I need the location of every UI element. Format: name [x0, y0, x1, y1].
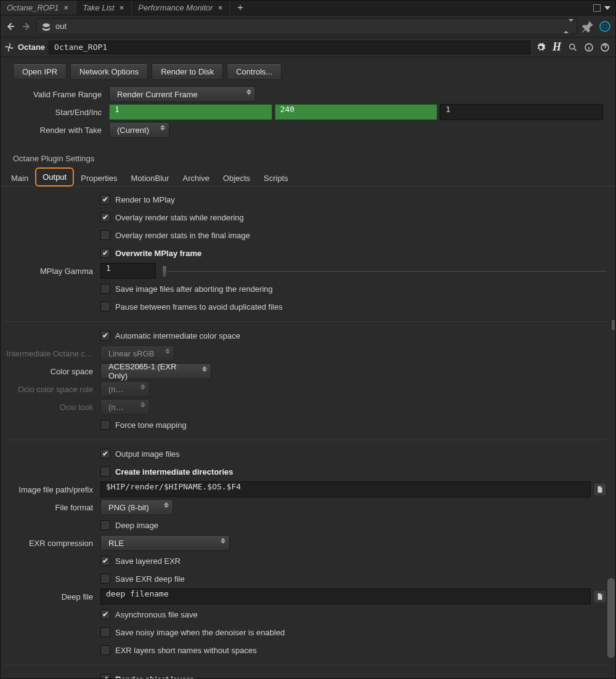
tab-motionblur[interactable]: MotionBlur — [124, 169, 176, 187]
mplay-gamma-input[interactable]: 1 — [100, 263, 156, 279]
add-tab-button[interactable]: ＋ — [230, 1, 250, 14]
valid-frame-range-label: Valid Frame Range — [13, 90, 109, 99]
tab-scripts[interactable]: Scripts — [257, 169, 295, 187]
create-dirs-checkbox[interactable] — [100, 467, 110, 476]
mplay-gamma-label: MPlay Gamma — [4, 267, 100, 276]
houdini-icon[interactable]: H — [550, 41, 564, 54]
gear-icon[interactable] — [534, 41, 548, 54]
forward-button[interactable] — [20, 20, 33, 33]
save-after-abort-label: Save image files after aborting the rend… — [115, 284, 273, 294]
dropdown-value: (n… — [108, 403, 124, 412]
browse-file-button[interactable] — [593, 590, 607, 603]
image-path-input[interactable]: $HIP/render/$HIPNAME.$OS.$F4 — [100, 481, 591, 497]
tab-main[interactable]: Main — [4, 169, 35, 187]
dropdown-value: RLE — [108, 539, 124, 548]
search-icon[interactable] — [566, 41, 580, 54]
deep-file-input[interactable]: deep filename — [100, 589, 591, 605]
exr-short-names-checkbox[interactable] — [100, 645, 110, 655]
window-tab-takelist[interactable]: Take List × — [76, 1, 132, 15]
save-exr-deep-label: Save EXR deep file — [115, 574, 185, 584]
overlay-final-label: Overlay render stats in the final image — [115, 231, 250, 240]
pause-frames-checkbox[interactable] — [100, 302, 110, 311]
path-history-dropdown[interactable] — [564, 22, 573, 31]
plugin-settings-title: Octane Plugin Settings — [1, 139, 615, 167]
overlay-while-label: Overlay render stats while rendering — [115, 213, 244, 222]
valid-frame-range-dropdown[interactable]: Render Current Frame — [109, 86, 256, 102]
close-icon[interactable]: × — [118, 3, 126, 12]
target-icon[interactable] — [598, 20, 612, 33]
dropdown-value: PNG (8-bit) — [108, 503, 149, 512]
ocio-role-dropdown: (n… — [100, 381, 150, 397]
overlay-while-checkbox[interactable] — [100, 212, 110, 222]
open-ipr-button[interactable]: Open IPR — [13, 63, 67, 80]
ocio-look-label: Ocio look — [4, 403, 100, 412]
tab-output[interactable]: Output — [35, 167, 74, 187]
frame-inc-input[interactable]: 1 — [440, 104, 603, 120]
ocio-look-dropdown: (n… — [100, 399, 150, 415]
save-noisy-label: Save noisy image when the denoiser is en… — [115, 628, 285, 637]
deep-file-label: Deep file — [4, 592, 100, 601]
output-image-files-checkbox[interactable] — [100, 449, 110, 459]
node-name-field[interactable]: Octane_ROP1 — [49, 41, 530, 54]
file-format-dropdown[interactable]: PNG (8-bit) — [100, 499, 173, 515]
info-icon[interactable] — [582, 41, 596, 54]
window-tab-label: Take List — [83, 3, 115, 12]
async-save-label: Asynchronous file save — [115, 610, 198, 619]
svg-point-0 — [9, 46, 10, 48]
maximize-icon[interactable] — [593, 4, 601, 12]
save-after-abort-checkbox[interactable] — [100, 284, 110, 294]
help-icon[interactable] — [598, 41, 612, 54]
save-exr-deep-checkbox[interactable] — [100, 574, 110, 584]
frame-end-input[interactable]: 240 — [275, 104, 438, 120]
auto-intermediate-checkbox[interactable] — [100, 331, 110, 340]
frame-start-input[interactable]: 1 — [109, 104, 272, 120]
save-layered-exr-checkbox[interactable] — [100, 556, 110, 566]
window-tab-label: Octane_ROP1 — [7, 3, 59, 12]
node-type-icon — [41, 22, 52, 31]
window-tab-octane[interactable]: Octane_ROP1 × — [1, 1, 76, 15]
path-field[interactable]: out — [36, 18, 577, 34]
intermediate-color-label: Intermediate Octane c… — [4, 349, 100, 358]
render-with-take-dropdown[interactable]: (Current) — [109, 122, 169, 138]
render-to-disk-button[interactable]: Render to Disk — [152, 63, 223, 80]
close-icon[interactable]: × — [63, 3, 70, 12]
force-tone-label: Force tone mapping — [115, 420, 187, 430]
exr-compression-dropdown[interactable]: RLE — [100, 535, 230, 551]
pin-icon[interactable] — [581, 20, 594, 33]
path-text: out — [55, 22, 67, 31]
vertical-scrollbar[interactable] — [607, 578, 615, 677]
controls-button[interactable]: Controls... — [227, 63, 282, 80]
dropdown-value: Render Current Frame — [117, 90, 198, 99]
menu-dropdown-icon[interactable] — [604, 6, 610, 10]
back-button[interactable] — [4, 20, 17, 33]
mplay-gamma-slider[interactable] — [158, 263, 607, 279]
file-format-label: File format — [4, 503, 100, 512]
render-with-take-label: Render with Take — [13, 126, 109, 135]
deep-image-checkbox[interactable] — [100, 520, 110, 530]
window-tab-perfmon[interactable]: Performance Monitor × — [132, 1, 230, 15]
async-save-checkbox[interactable] — [100, 609, 110, 619]
tab-objects[interactable]: Objects — [216, 169, 257, 187]
tab-properties[interactable]: Properties — [74, 169, 124, 187]
force-tone-checkbox[interactable] — [100, 420, 110, 430]
svg-point-1 — [570, 44, 575, 49]
scroll-indicator[interactable] — [612, 320, 615, 330]
ocio-role-label: Ocio color space role — [4, 385, 100, 394]
render-mplay-checkbox[interactable] — [100, 195, 110, 204]
window-tab-label: Performance Monitor — [138, 3, 213, 12]
output-image-files-label: Output image files — [115, 449, 180, 459]
save-noisy-checkbox[interactable] — [100, 627, 110, 637]
dropdown-value: Linear sRGB — [108, 349, 154, 358]
browse-file-button[interactable] — [593, 483, 607, 496]
close-icon[interactable]: × — [217, 3, 224, 12]
color-space-dropdown[interactable]: ACES2065-1 (EXR Only) — [100, 363, 211, 379]
tab-archive[interactable]: Archive — [176, 169, 216, 187]
network-options-button[interactable]: Network Options — [70, 63, 148, 80]
intermediate-color-dropdown: Linear sRGB — [100, 345, 174, 361]
overlay-final-checkbox[interactable] — [100, 230, 110, 240]
exr-compression-label: EXR compression — [4, 539, 100, 548]
overwrite-mplay-checkbox[interactable] — [100, 248, 110, 258]
render-object-layers-checkbox[interactable] — [100, 674, 110, 678]
save-layered-exr-label: Save layered EXR — [115, 556, 180, 566]
dropdown-value: ACES2065-1 (EXR Only) — [108, 362, 197, 380]
